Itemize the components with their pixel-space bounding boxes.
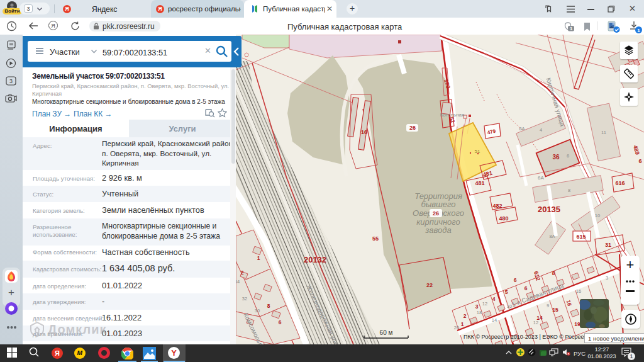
svg-text:2: 2	[464, 313, 467, 319]
svg-text:16: 16	[361, 129, 367, 135]
svg-text:6: 6	[567, 153, 569, 159]
svg-text:20: 20	[454, 325, 459, 331]
svg-text:завода: завода	[425, 225, 451, 235]
svg-text:1: 1	[637, 28, 640, 33]
svg-text:8: 8	[267, 303, 270, 309]
svg-text:3: 3	[606, 275, 608, 281]
svg-text:9: 9	[547, 303, 549, 308]
svg-text:615: 615	[576, 234, 586, 240]
svg-text:616: 616	[615, 180, 625, 186]
svg-text:4: 4	[540, 127, 542, 133]
svg-text:6А: 6А	[538, 175, 544, 181]
svg-text:55: 55	[372, 235, 379, 242]
svg-text:34: 34	[236, 279, 240, 285]
svg-text:6: 6	[638, 158, 641, 164]
svg-text:26: 26	[409, 125, 416, 131]
svg-text:60 м: 60 м	[380, 329, 393, 336]
svg-text:6: 6	[514, 277, 517, 283]
svg-text:20132: 20132	[304, 255, 326, 264]
svg-text:8: 8	[568, 188, 570, 193]
svg-text:480: 480	[499, 215, 508, 222]
svg-text:14: 14	[492, 317, 497, 323]
svg-text:1: 1	[257, 255, 260, 261]
svg-text:10: 10	[595, 213, 600, 218]
svg-text:36: 36	[552, 154, 560, 161]
svg-text:482: 482	[492, 203, 502, 209]
svg-text:Котельная: Котельная	[440, 112, 465, 118]
svg-text:4: 4	[492, 296, 496, 302]
svg-text:22: 22	[426, 282, 433, 288]
svg-text:26: 26	[433, 210, 439, 217]
svg-text:20135: 20135	[538, 205, 560, 214]
svg-text:12: 12	[533, 320, 538, 325]
svg-text:16: 16	[576, 288, 581, 294]
svg-text:6А: 6А	[519, 126, 525, 132]
svg-text:3: 3	[475, 303, 479, 310]
svg-text:1: 1	[461, 321, 464, 327]
svg-text:ПКК © Росреестр 2010-2023 | ЕЭ: ПКК © Росреестр 2010-2023 | ЕЭКО © Росре…	[464, 334, 592, 340]
svg-text:8А: 8А	[549, 234, 555, 239]
svg-text:5: 5	[505, 289, 508, 295]
svg-text:2: 2	[241, 269, 244, 276]
svg-text:1: 1	[570, 26, 572, 31]
svg-text:12: 12	[482, 301, 487, 307]
svg-text:32: 32	[242, 296, 247, 302]
svg-text:31: 31	[605, 242, 611, 248]
svg-text:бывшего: бывшего	[421, 200, 455, 209]
svg-text:11: 11	[601, 130, 606, 135]
svg-text:30: 30	[255, 308, 260, 314]
svg-text:18: 18	[477, 310, 482, 315]
svg-text:3: 3	[9, 78, 13, 84]
svg-text:481: 481	[475, 180, 484, 186]
svg-text:6: 6	[525, 285, 528, 291]
svg-text:15: 15	[552, 307, 558, 313]
svg-text:51: 51	[475, 149, 480, 154]
svg-text:8: 8	[552, 270, 555, 276]
svg-text:6: 6	[279, 319, 282, 325]
